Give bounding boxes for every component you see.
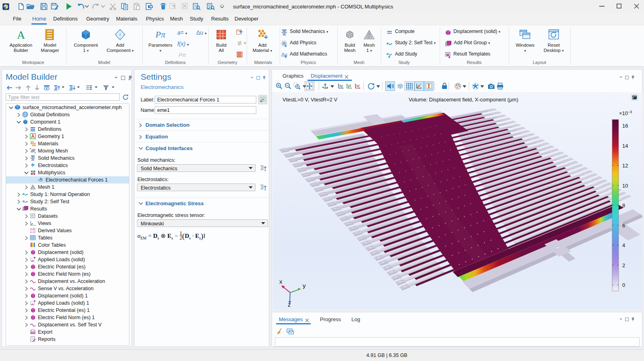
svg-text:8.85: 8.85 [30, 228, 35, 231]
svg-text:z: z [288, 301, 291, 307]
svg-text:yz: yz [348, 84, 351, 88]
svg-text:xy: xy [339, 84, 343, 88]
svg-text:e-12: e-12 [30, 231, 35, 233]
svg-text:y: y [303, 282, 306, 289]
svg-text:x: x [279, 279, 283, 285]
svg-text:Pπ: Pπ [155, 29, 166, 39]
svg-text:A: A [17, 29, 25, 41]
svg-text:xz: xz [356, 84, 360, 88]
